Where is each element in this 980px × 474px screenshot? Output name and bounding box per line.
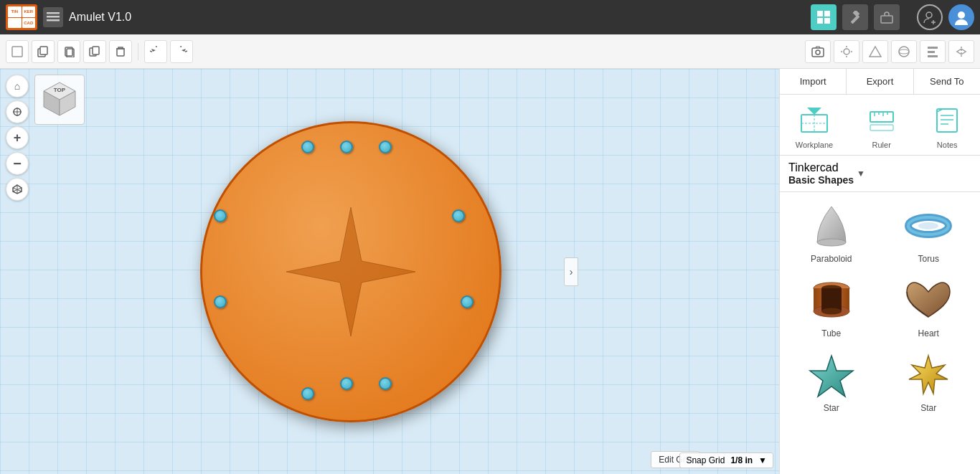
cube-indicator[interactable]: TOP <box>34 75 85 125</box>
svg-rect-14 <box>12 47 22 57</box>
shape-button[interactable] <box>862 40 888 63</box>
view-3d-button[interactable] <box>6 178 29 201</box>
snap-grid-label: Snap Grid <box>686 455 725 465</box>
light-button[interactable] <box>834 40 859 63</box>
logo-cell-empty <box>8 18 22 29</box>
snap-dropdown-button[interactable]: ▼ <box>758 455 767 465</box>
svg-rect-57 <box>937 109 957 132</box>
tinkercad-logo[interactable]: TIN KER CAD <box>6 4 37 30</box>
shape-item-tube[interactable]: Tube <box>786 272 877 341</box>
shape-container <box>200 121 501 422</box>
grid-view-button[interactable] <box>811 4 837 30</box>
svg-rect-3 <box>817 11 823 16</box>
bolt-bottom-right-1 <box>379 377 392 390</box>
shape-item-star1[interactable]: Star <box>786 347 877 416</box>
workplane-label: Workplane <box>796 141 833 149</box>
svg-point-10 <box>926 12 932 18</box>
bolt-bottom-right-2 <box>340 377 353 390</box>
shapes-dropdown[interactable]: Tinkercad Basic Shapes ▼ <box>780 156 980 192</box>
category-prefix: Tinkercad <box>788 161 854 174</box>
svg-point-61 <box>817 239 846 246</box>
paraboloid-thumbnail <box>803 201 860 251</box>
svg-point-64 <box>918 222 938 229</box>
svg-rect-0 <box>47 12 60 14</box>
star1-thumbnail <box>803 350 860 400</box>
viewport[interactable]: TOP <box>0 69 779 474</box>
svg-rect-34 <box>928 55 938 57</box>
svg-rect-1 <box>47 16 60 18</box>
shape-item-torus[interactable]: Torus <box>883 198 975 267</box>
ruler-item[interactable]: Ruler <box>859 100 905 152</box>
shape-item-paraboloid[interactable]: Paraboloid <box>786 198 877 267</box>
snap-value: 1/8 in <box>730 455 753 465</box>
user-avatar[interactable] <box>948 4 974 30</box>
send-to-button[interactable]: Send To <box>914 69 980 94</box>
notes-label: Notes <box>937 141 958 149</box>
paste-button[interactable] <box>57 40 80 63</box>
heart-thumbnail <box>900 275 957 326</box>
star-overlay <box>265 186 437 358</box>
bolt-right-top <box>452 209 465 222</box>
svg-marker-71 <box>810 356 853 397</box>
collapse-panel-button[interactable]: › <box>564 257 578 286</box>
star2-thumbnail <box>900 350 957 400</box>
svg-rect-22 <box>812 48 824 57</box>
briefcase-button[interactable] <box>874 4 900 30</box>
svg-rect-33 <box>928 51 935 53</box>
left-controls: ⌂ + − <box>0 69 34 207</box>
add-user-button[interactable] <box>917 4 943 30</box>
tube-label: Tube <box>821 328 841 338</box>
hammer-button[interactable] <box>842 4 868 30</box>
shape-item-star2[interactable]: Star <box>883 347 975 416</box>
bolt-top-right-1 <box>379 141 392 153</box>
camera-button[interactable] <box>805 40 831 63</box>
svg-rect-21 <box>117 49 124 56</box>
svg-rect-51 <box>870 112 893 122</box>
export-button[interactable]: Export <box>847 69 913 94</box>
project-list-icon[interactable] <box>43 7 63 27</box>
import-button[interactable]: Import <box>780 69 847 94</box>
logo-cell-ker: KER <box>22 6 36 17</box>
svg-rect-56 <box>870 125 893 131</box>
svg-marker-50 <box>807 108 821 115</box>
select-button[interactable] <box>6 40 29 63</box>
svg-point-24 <box>844 49 849 54</box>
svg-rect-5 <box>817 18 823 24</box>
svg-rect-69 <box>821 288 842 311</box>
svg-rect-7 <box>851 15 860 24</box>
toolbar-divider-1 <box>138 43 138 60</box>
svg-point-13 <box>958 11 965 19</box>
paraboloid-label: Paraboloid <box>811 254 852 264</box>
duplicate-button[interactable] <box>83 40 106 63</box>
main-area: ⌂ + − <box>0 69 980 474</box>
sphere-button[interactable] <box>891 40 917 63</box>
project-title: Amulet V1.0 <box>69 11 131 24</box>
torus-thumbnail <box>900 201 957 251</box>
torus-label: Torus <box>918 254 939 264</box>
dropdown-arrow-icon: ▼ <box>857 169 865 179</box>
bolt-right-mid <box>461 295 473 308</box>
tube-thumbnail <box>803 275 860 326</box>
zoom-fit-button[interactable] <box>6 100 29 123</box>
orange-disc <box>200 121 501 422</box>
svg-rect-32 <box>928 47 938 49</box>
category-name: Basic Shapes <box>788 174 854 186</box>
shape-item-heart[interactable]: Heart <box>883 272 975 341</box>
panel-actions: Import Export Send To <box>780 69 980 95</box>
zoom-out-button[interactable]: − <box>6 152 29 175</box>
undo-button[interactable] <box>144 40 167 63</box>
workplane-item[interactable]: Workplane <box>790 100 839 152</box>
svg-point-30 <box>899 47 909 57</box>
redo-button[interactable] <box>170 40 193 63</box>
logo-cell-cad: CAD <box>22 18 36 29</box>
mirror-button[interactable] <box>948 40 974 63</box>
home-view-button[interactable]: ⌂ <box>6 75 29 98</box>
svg-rect-4 <box>824 11 830 16</box>
delete-button[interactable] <box>109 40 132 63</box>
svg-rect-9 <box>881 16 892 23</box>
shapes-grid: Paraboloid <box>780 192 980 474</box>
notes-item[interactable]: Notes <box>924 100 970 152</box>
zoom-in-button[interactable]: + <box>6 126 29 149</box>
align-button[interactable] <box>920 40 946 63</box>
copy-button[interactable] <box>32 40 55 63</box>
